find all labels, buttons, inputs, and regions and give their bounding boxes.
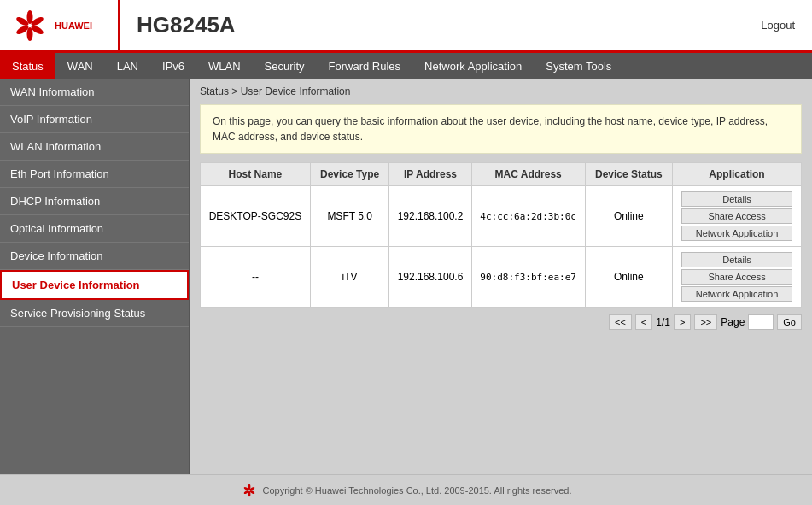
sidebar-item-service-prov[interactable]: Service Provisioning Status — [0, 300, 189, 327]
page-input[interactable] — [748, 314, 774, 330]
logout-button[interactable]: Logout — [761, 19, 795, 32]
prev-page-button[interactable]: < — [635, 314, 652, 330]
table-body: DESKTOP-SGC92SMSFT 5.0192.168.100.24c:cc… — [201, 186, 802, 308]
device-model: HG8245A — [137, 12, 761, 38]
col-header-4: Device Status — [585, 163, 672, 186]
svg-point-3 — [27, 27, 33, 41]
logo-area: HUAWEI — [9, 0, 120, 50]
info-box: On this page, you can query the basic in… — [200, 104, 802, 154]
first-page-button[interactable]: << — [609, 314, 632, 330]
device-table: Host NameDevice TypeIP AddressMAC Addres… — [200, 162, 802, 308]
svg-point-6 — [248, 484, 250, 489]
svg-point-0 — [27, 10, 33, 24]
col-header-2: IP Address — [389, 163, 471, 186]
huawei-logo-icon — [9, 9, 51, 43]
col-header-1: Device Type — [310, 163, 389, 186]
svg-point-9 — [248, 490, 250, 496]
sidebar: WAN InformationVoIP InformationWLAN Info… — [0, 79, 190, 505]
footer-text: Copyright © Huawei Technologies Co., Ltd… — [263, 485, 572, 496]
table-header: Host NameDevice TypeIP AddressMAC Addres… — [201, 163, 802, 186]
sidebar-item-wan-info[interactable]: WAN Information — [0, 79, 189, 106]
table-header-row: Host NameDevice TypeIP AddressMAC Addres… — [201, 163, 802, 186]
nav-item-lan[interactable]: LAN — [105, 53, 150, 79]
next-page-button[interactable]: > — [674, 314, 691, 330]
nav-item-forward-rules[interactable]: Forward Rules — [317, 53, 413, 79]
actions-cell-r0: DetailsShare AccessNetwork Application — [673, 186, 802, 247]
footer-logo-icon — [241, 484, 258, 497]
cell-r0-c3: 4c:cc:6a:2d:3b:0c — [471, 186, 585, 247]
cell-r1-c1: iTV — [310, 247, 389, 308]
table-row: DESKTOP-SGC92SMSFT 5.0192.168.100.24c:cc… — [201, 186, 802, 247]
header: HUAWEI HG8245A Logout — [0, 0, 812, 53]
page-label: Page — [721, 316, 745, 328]
col-header-0: Host Name — [201, 163, 311, 186]
nav-item-system-tools[interactable]: System Tools — [534, 53, 623, 79]
sidebar-item-device-info[interactable]: Device Information — [0, 243, 189, 270]
table-row: --iTV192.168.100.690:d8:f3:bf:ea:e7Onlin… — [201, 247, 802, 308]
action-share-access-r1[interactable]: Share Access — [681, 269, 792, 285]
go-button[interactable]: Go — [777, 314, 802, 330]
nav-item-wlan[interactable]: WLAN — [196, 53, 253, 79]
nav-item-status[interactable]: Status — [0, 53, 55, 79]
sidebar-item-eth-port-info[interactable]: Eth Port Information — [0, 161, 189, 188]
sidebar-item-wlan-info[interactable]: WLAN Information — [0, 133, 189, 161]
cell-r1-c3: 90:d8:f3:bf:ea:e7 — [471, 247, 585, 308]
col-header-5: Application — [673, 163, 802, 186]
last-page-button[interactable]: >> — [694, 314, 717, 330]
breadcrumb: Status > User Device Information — [200, 85, 802, 97]
cell-r1-c4: Online — [585, 247, 672, 308]
cell-r0-c2: 192.168.100.2 — [389, 186, 471, 247]
action-network-application-r1[interactable]: Network Application — [681, 286, 792, 302]
footer: Copyright © Huawei Technologies Co., Ltd… — [0, 474, 812, 505]
action-details-r1[interactable]: Details — [681, 252, 792, 267]
cell-r0-c0: DESKTOP-SGC92S — [201, 186, 311, 247]
navigation-bar: StatusWANLANIPv6WLANSecurityForward Rule… — [0, 53, 812, 79]
nav-item-network-application[interactable]: Network Application — [412, 53, 534, 79]
cell-r1-c0: -- — [201, 247, 311, 308]
nav-item-ipv6[interactable]: IPv6 — [150, 53, 196, 79]
page-info: 1/1 — [656, 316, 670, 328]
nav-item-security[interactable]: Security — [253, 53, 317, 79]
pagination: << < 1/1 > >> Page Go — [200, 314, 802, 330]
cell-r0-c4: Online — [585, 186, 672, 247]
cell-r1-c2: 192.168.100.6 — [389, 247, 471, 308]
main-layout: WAN InformationVoIP InformationWLAN Info… — [0, 79, 812, 505]
sidebar-item-optical-info[interactable]: Optical Information — [0, 215, 189, 243]
action-share-access-r0[interactable]: Share Access — [681, 208, 792, 224]
action-details-r0[interactable]: Details — [681, 191, 792, 207]
content-area: Status > User Device Information On this… — [190, 79, 812, 505]
nav-item-wan[interactable]: WAN — [55, 53, 105, 79]
sidebar-item-dhcp-info[interactable]: DHCP Information — [0, 188, 189, 215]
logo-text: HUAWEI — [55, 21, 92, 31]
sidebar-item-user-device-info[interactable]: User Device Information — [0, 270, 189, 300]
action-network-application-r0[interactable]: Network Application — [681, 226, 792, 241]
col-header-3: MAC Address — [471, 163, 585, 186]
cell-r0-c1: MSFT 5.0 — [310, 186, 389, 247]
sidebar-item-voip-info[interactable]: VoIP Information — [0, 106, 189, 133]
actions-cell-r1: DetailsShare AccessNetwork Application — [673, 247, 802, 308]
